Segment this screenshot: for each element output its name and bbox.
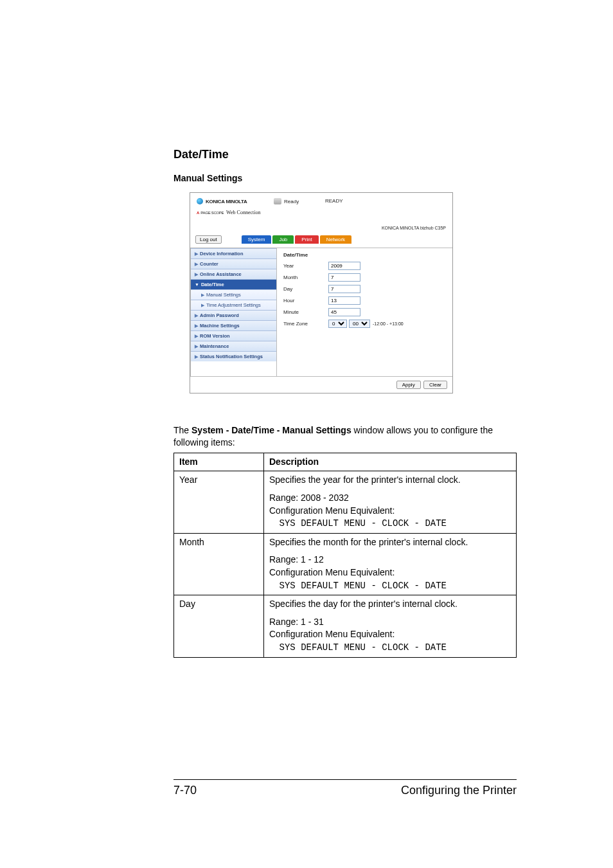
web-connection-label: APAGE SCOPE Web Connection bbox=[190, 207, 452, 223]
sidebar-item-counter[interactable]: ▶Counter bbox=[191, 258, 276, 269]
footer-label: Configuring the Printer bbox=[401, 784, 517, 797]
row-year-desc: Specifies the year for the printer's int… bbox=[264, 471, 517, 533]
sidebar-item-machine-settings[interactable]: ▶Machine Settings bbox=[191, 320, 276, 330]
brand-logo: KONICA MINOLTA bbox=[197, 198, 247, 204]
tab-network[interactable]: Network bbox=[320, 235, 351, 244]
admin-screenshot: KONICA MINOLTA Ready READY APAGE SCOPE W… bbox=[190, 192, 453, 393]
row-year-item: Year bbox=[174, 471, 264, 533]
hour-input[interactable] bbox=[328, 296, 360, 305]
hour-label: Hour bbox=[283, 298, 328, 303]
minute-input[interactable] bbox=[328, 308, 360, 316]
timezone-range: -12:00 - +13:00 bbox=[373, 321, 404, 326]
page-number: 7-70 bbox=[173, 784, 197, 797]
main-tabs: System Job Print Network bbox=[242, 235, 353, 244]
printer-icon bbox=[274, 198, 281, 204]
datetime-form: Date/Time Year Month Day Hour bbox=[277, 248, 452, 376]
row-day-item: Day bbox=[174, 595, 264, 657]
logout-button[interactable]: Log out bbox=[195, 235, 222, 244]
month-label: Month bbox=[283, 275, 328, 280]
globe-icon bbox=[197, 198, 203, 204]
tab-print[interactable]: Print bbox=[295, 235, 318, 244]
clear-button[interactable]: Clear bbox=[423, 381, 447, 389]
sidebar-item-device-info[interactable]: ▶Device Information bbox=[191, 248, 276, 258]
sidebar-item-status-notification[interactable]: ▶Status Notification Settings bbox=[191, 351, 276, 361]
timezone-label: Time Zone bbox=[283, 321, 328, 327]
row-day-desc: Specifies the day for the printer's inte… bbox=[264, 595, 517, 657]
model-label: KONICA MINOLTA bizhub C35P bbox=[190, 223, 452, 233]
th-description: Description bbox=[264, 453, 517, 471]
section-title: Date/Time bbox=[173, 148, 517, 161]
sidebar-item-admin-password[interactable]: ▶Admin Password bbox=[191, 310, 276, 320]
tab-job[interactable]: Job bbox=[272, 235, 294, 244]
sidebar-sub-time-adjustment[interactable]: ▶Time Adjustment Settings bbox=[191, 300, 276, 310]
minute-label: Minute bbox=[283, 309, 328, 315]
brand-text: KONICA MINOLTA bbox=[206, 199, 247, 204]
sidebar-sub-manual-settings[interactable]: ▶Manual Settings bbox=[191, 289, 276, 300]
sidebar-item-date-time[interactable]: ▼Date/Time bbox=[191, 279, 276, 289]
day-label: Day bbox=[283, 286, 328, 292]
sidebar: ▶Device Information ▶Counter ▶Online Ass… bbox=[190, 248, 277, 376]
year-input[interactable] bbox=[328, 262, 360, 270]
sidebar-item-online-assistance[interactable]: ▶Online Assistance bbox=[191, 269, 276, 279]
tab-system[interactable]: System bbox=[242, 235, 272, 244]
timezone-minute-select[interactable]: 00 bbox=[349, 320, 370, 328]
row-month-desc: Specifies the month for the printer's in… bbox=[264, 533, 517, 595]
status-label: Ready bbox=[284, 199, 299, 204]
section-subtitle: Manual Settings bbox=[173, 173, 517, 183]
page-footer: 7-70 Configuring the Printer bbox=[173, 779, 517, 797]
sidebar-item-rom-version[interactable]: ▶ROM Version bbox=[191, 330, 276, 341]
day-input[interactable] bbox=[328, 285, 360, 293]
sidebar-item-maintenance[interactable]: ▶Maintenance bbox=[191, 341, 276, 351]
th-item: Item bbox=[174, 453, 264, 471]
year-label: Year bbox=[283, 263, 328, 269]
timezone-hour-select[interactable]: 0 bbox=[328, 320, 347, 328]
intro-paragraph: The System - Date/Time - Manual Settings… bbox=[173, 424, 517, 449]
form-heading: Date/Time bbox=[283, 252, 446, 258]
apply-button[interactable]: Apply bbox=[396, 381, 421, 389]
row-month-item: Month bbox=[174, 533, 264, 595]
month-input[interactable] bbox=[328, 273, 360, 282]
status-text: READY bbox=[325, 198, 343, 204]
printer-status: Ready bbox=[274, 198, 299, 204]
items-table: Item Description Year Specifies the year… bbox=[173, 453, 517, 658]
